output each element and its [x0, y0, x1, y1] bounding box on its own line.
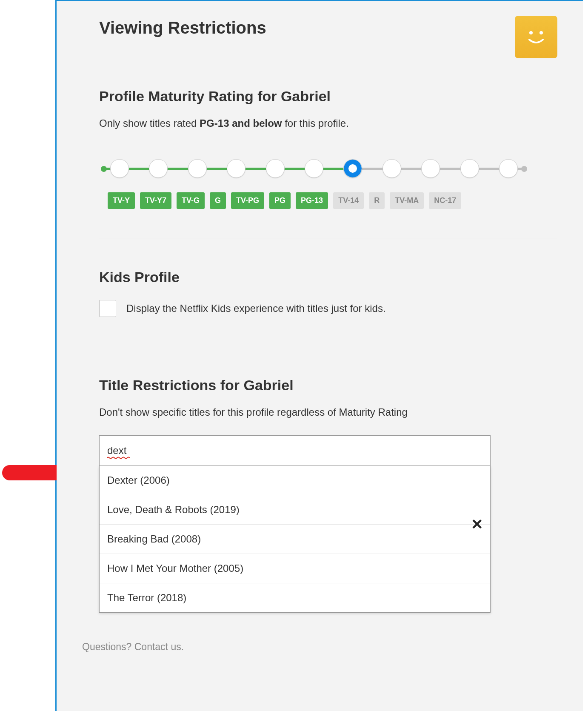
maturity-slider[interactable] [99, 159, 529, 178]
contact-link[interactable]: Questions? Contact us. [82, 641, 583, 653]
rating-chip-r[interactable]: R [369, 192, 385, 209]
rating-chip-nc-17[interactable]: NC-17 [429, 192, 461, 209]
kids-heading: Kids Profile [99, 269, 557, 286]
suggestion-item[interactable]: The Terror (2018) [100, 583, 490, 612]
clear-search-icon[interactable]: ✕ [471, 517, 483, 531]
svg-point-1 [539, 31, 543, 34]
title-suggestions-dropdown: Dexter (2006)Love, Death & Robots (2019)… [99, 466, 491, 613]
suggestion-item[interactable]: How I Met Your Mother (2005) [100, 554, 490, 583]
title-restrictions-subtext: Don't show specific titles for this prof… [99, 406, 557, 418]
maturity-knob-6[interactable] [343, 159, 362, 178]
kids-checkbox-label: Display the Netflix Kids experience with… [126, 303, 386, 314]
maturity-knob-7[interactable] [382, 159, 401, 178]
suggestion-item[interactable]: Breaking Bad (2008) [100, 524, 490, 554]
rating-chip-g[interactable]: G [210, 192, 226, 209]
title-restrictions-heading: Title Restrictions for Gabriel [99, 377, 557, 394]
footer-divider [57, 630, 583, 630]
svg-point-0 [529, 31, 533, 34]
section-divider [99, 347, 557, 347]
maturity-knob-4[interactable] [266, 159, 285, 178]
rating-chip-tv-g[interactable]: TV-G [177, 192, 205, 209]
kids-checkbox[interactable] [99, 300, 116, 317]
maturity-knob-10[interactable] [499, 159, 518, 178]
maturity-knob-8[interactable] [421, 159, 440, 178]
title-search-wrapper: ✕ Dexter (2006)Love, Death & Robots (201… [99, 435, 491, 613]
maturity-knob-3[interactable] [227, 159, 245, 178]
settings-panel: Viewing Restrictions Profile Maturity Ra… [55, 0, 583, 711]
maturity-knob-9[interactable] [460, 159, 479, 178]
section-divider [99, 239, 557, 239]
suggestion-item[interactable]: Dexter (2006) [100, 466, 490, 495]
maturity-knob-1[interactable] [149, 159, 168, 178]
maturity-knob-0[interactable] [110, 159, 129, 178]
maturity-heading: Profile Maturity Rating for Gabriel [99, 88, 557, 105]
maturity-subtext: Only show titles rated PG-13 and below f… [99, 117, 557, 129]
rating-chip-tv-pg[interactable]: TV-PG [231, 192, 264, 209]
rating-chip-pg-13[interactable]: PG-13 [296, 192, 328, 209]
rating-chip-pg[interactable]: PG [269, 192, 291, 209]
suggestion-item[interactable]: Love, Death & Robots (2019) [100, 495, 490, 524]
smile-icon [523, 24, 549, 50]
profile-avatar [515, 16, 557, 58]
rating-chip-tv-y[interactable]: TV-Y [108, 192, 135, 209]
page-title: Viewing Restrictions [99, 18, 266, 37]
title-search-input[interactable] [99, 435, 491, 466]
rating-chip-tv-14[interactable]: TV-14 [333, 192, 364, 209]
rating-chip-tv-y7[interactable]: TV-Y7 [140, 192, 171, 209]
slider-end-dot-right [521, 166, 527, 172]
rating-chip-tv-ma[interactable]: TV-MA [390, 192, 424, 209]
maturity-knob-2[interactable] [188, 159, 207, 178]
rating-chips-row: TV-YTV-Y7TV-GGTV-PGPGPG-13TV-14RTV-MANC-… [108, 192, 557, 209]
maturity-knob-5[interactable] [305, 159, 323, 178]
slider-end-dot-left [101, 166, 107, 172]
